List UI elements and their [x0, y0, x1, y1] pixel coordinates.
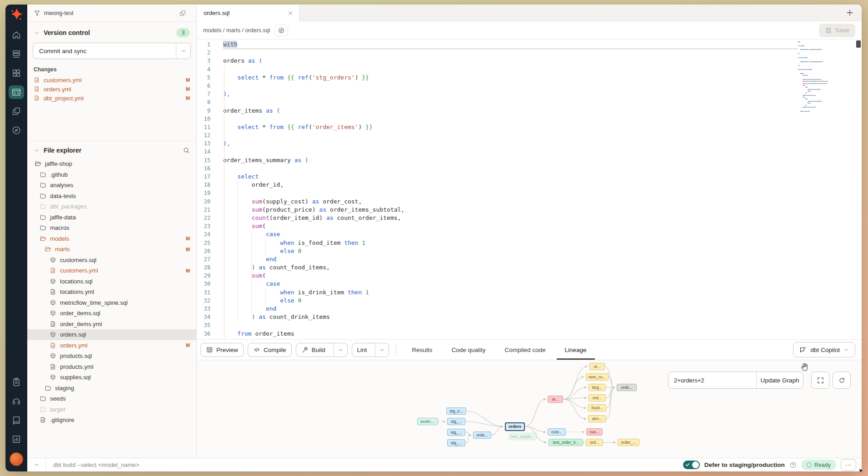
lineage-node-stg3[interactable]: stg_... [447, 429, 465, 436]
compile-button[interactable]: Compile [248, 343, 292, 357]
lineage-node-y6[interactable]: drin... [588, 415, 606, 422]
code-line-35[interactable]: 35 [197, 321, 862, 329]
rail-grid-icon[interactable] [5, 64, 27, 83]
code-line-23[interactable]: 23 sum( [197, 222, 862, 230]
commit-dropdown[interactable] [176, 43, 190, 59]
rail-develop-icon[interactable] [5, 83, 27, 102]
lineage-node-y7[interactable]: ord... [586, 439, 603, 446]
rail-home-icon[interactable] [5, 25, 27, 45]
result-tab-code-quality[interactable]: Code quality [451, 340, 485, 360]
lineage-node-y4[interactable]: ord... [589, 394, 606, 402]
tree-item-products.yml[interactable]: products.yml [27, 362, 196, 372]
code-line-25[interactable]: 25 when is_food_item then 1 [197, 239, 862, 247]
lint-button[interactable]: Lint [352, 343, 389, 357]
close-icon[interactable] [287, 10, 294, 16]
lineage-node-y5[interactable]: food... [588, 404, 606, 412]
lineage-node-t_ord[interactable]: test_order_it... [549, 439, 583, 446]
code-line-4[interactable]: 4 [197, 65, 862, 74]
code-line-26[interactable]: 26 else 0 [197, 247, 862, 255]
tree-item-customers.sql[interactable]: customers.sql [27, 255, 196, 266]
lineage-node-stg4[interactable]: stg_... [447, 439, 465, 446]
code-line-32[interactable]: 32 else 0 [197, 297, 862, 305]
code-line-9[interactable]: 9order_items as ( [197, 107, 862, 115]
lineage-node-or_p[interactable]: or... [548, 396, 563, 403]
chevron-down-icon[interactable] [34, 148, 40, 154]
code-line-37[interactable]: 37 [197, 338, 862, 339]
changed-file-dbt_project.yml[interactable]: dbt_project.ymlM [27, 94, 196, 103]
new-tab-button[interactable] [845, 8, 854, 17]
rail-windows-icon[interactable] [5, 102, 27, 121]
tree-item-supplies.sql[interactable]: supplies.sql [27, 372, 196, 383]
lineage-node-stg2[interactable]: stg_... [447, 418, 465, 425]
rail-headset-icon[interactable] [5, 392, 27, 411]
code-line-14[interactable]: 14 [197, 148, 862, 156]
lineage-node-y1[interactable]: or... [589, 363, 605, 370]
code-line-30[interactable]: 30 case [197, 280, 862, 288]
refresh-button[interactable] [833, 372, 851, 389]
help-icon[interactable] [789, 461, 797, 469]
tree-item-data-tests[interactable]: data-tests [27, 191, 196, 202]
code-line-18[interactable]: 18 order_id, [197, 181, 862, 189]
lineage-node-y8[interactable]: order_... [618, 439, 639, 446]
code-line-15[interactable]: 15order_items_summary as ( [197, 156, 862, 164]
code-line-28[interactable]: 28 ) as count_food_items, [197, 263, 862, 272]
save-button[interactable]: Save [819, 24, 855, 37]
tree-item-customers.yml[interactable]: customers.ymlM [27, 265, 196, 276]
tree-item-seeds[interactable]: seeds [27, 393, 196, 404]
code-line-3[interactable]: 3orders as ( [197, 57, 862, 65]
code-line-21[interactable]: 21 sum(product_price) as order_items_sub… [197, 206, 862, 214]
code-line-2[interactable]: 2 [197, 49, 862, 57]
tree-item-order_items.yml[interactable]: order_items.yml [27, 319, 196, 330]
lineage-node-y3[interactable]: larg... [589, 384, 606, 391]
result-tab-results[interactable]: Results [412, 340, 432, 360]
code-line-16[interactable]: 16 [197, 164, 862, 173]
tree-item-orders.sql[interactable]: orders.sql [27, 329, 196, 340]
code-line-24[interactable]: 24 case [197, 230, 862, 238]
user-avatar[interactable] [10, 452, 23, 466]
lint-dropdown[interactable] [375, 343, 389, 357]
tree-item-jaffle-shop[interactable]: jaffle-shop [27, 159, 196, 169]
tree-item-jaffle-data[interactable]: jaffle-data [27, 212, 196, 223]
dbt-copilot-button[interactable]: dbt Copilot [793, 342, 855, 357]
result-tab-lineage[interactable]: Lineage [565, 340, 587, 360]
fullscreen-button[interactable] [811, 372, 829, 389]
tree-item-locations.yml[interactable]: locations.yml [27, 287, 196, 298]
lineage-node-orders[interactable]: orders [505, 422, 525, 431]
code-line-17[interactable]: 17 select [197, 173, 862, 181]
code-line-10[interactable]: 10 [197, 115, 862, 123]
editor-scrollbar-thumb[interactable] [856, 40, 861, 48]
rail-chart-frame-icon[interactable] [5, 430, 27, 449]
lineage-node-stg1[interactable]: stg_o... [446, 407, 466, 415]
lineage-node-tsup[interactable]: test_supply... [509, 433, 537, 440]
code-line-33[interactable]: 33 end [197, 305, 862, 313]
lineage-panel[interactable]: ecom....stg_o...stg_...stg_...stg_...ord… [197, 360, 862, 458]
command-input[interactable] [46, 461, 683, 468]
rail-clipboard-icon[interactable] [5, 372, 27, 392]
code-line-20[interactable]: 20 sum(supply_cost) as order_cost, [197, 198, 862, 206]
tree-item-dbt_packages[interactable]: dbt_packages [27, 201, 196, 212]
tree-item-order_items.sql[interactable]: order_items.sql [27, 308, 196, 319]
result-tab-compiled-code[interactable]: Compiled code [504, 340, 545, 360]
more-options-button[interactable]: ... [841, 459, 856, 471]
tree-item-macros[interactable]: macros [27, 223, 196, 233]
tree-item-orders.yml[interactable]: orders.ymlM [27, 340, 196, 351]
locate-in-tree-button[interactable] [274, 25, 288, 36]
expand-command-bar-button[interactable] [27, 458, 45, 471]
code-line-1[interactable]: 1with [197, 40, 862, 49]
code-line-7[interactable]: 7), [197, 90, 862, 98]
tree-item-products.sql[interactable]: products.sql [27, 351, 196, 362]
build-dropdown[interactable] [334, 343, 347, 357]
code-line-12[interactable]: 12 [197, 131, 862, 139]
commit-and-sync-button[interactable]: Commit and sync [33, 43, 191, 59]
code-line-34[interactable]: 34 ) as count_drink_items [197, 313, 862, 321]
tree-item-locations.sql[interactable]: locations.sql [27, 276, 196, 287]
changed-file-customers.yml[interactable]: customers.ymlM [27, 75, 196, 84]
lineage-node-orde1[interactable]: orde... [473, 431, 491, 439]
preview-button[interactable]: Preview [200, 343, 244, 357]
code-line-13[interactable]: 13), [197, 139, 862, 148]
tree-item-staging[interactable]: staging [27, 383, 196, 394]
search-icon[interactable] [183, 147, 190, 154]
changed-file-orders.yml[interactable]: orders.ymlM [27, 84, 196, 94]
code-line-5[interactable]: 5 select * from {{ ref('stg_orders') }} [197, 74, 862, 82]
copy-icon[interactable] [179, 10, 186, 17]
